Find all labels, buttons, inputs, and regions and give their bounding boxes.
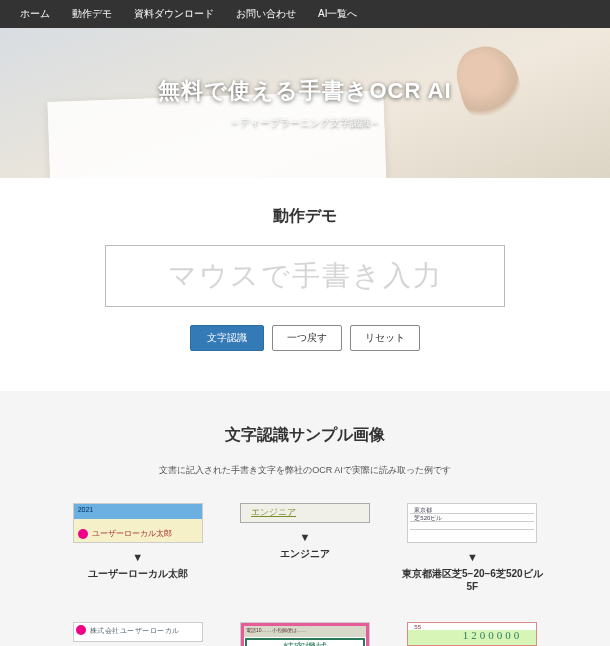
samples-grid: ▼ ユーザーローカル太郎 ▼ エンジニア 東京都 芝520ビル ▼ 東京都港区芝… — [65, 503, 545, 646]
sample-thumb[interactable] — [240, 503, 370, 523]
nav-contact[interactable]: お問い合わせ — [236, 7, 296, 21]
sample-thumb[interactable] — [73, 503, 203, 543]
nav-download[interactable]: 資料ダウンロード — [134, 7, 214, 21]
hero-title: 無料で使える手書きOCR AI — [158, 76, 451, 106]
sample-card: ▼ ユーザーローカル太郎 — [65, 503, 210, 592]
undo-button[interactable]: 一つ戻す — [272, 325, 342, 351]
thumb-line: 芝520ビル — [410, 514, 534, 522]
sample-thumb[interactable]: 東京都 芝520ビル — [407, 503, 537, 543]
samples-section: 文字認識サンプル画像 文書に記入された手書き文字を弊社のOCR AIで実際に読み… — [0, 391, 610, 646]
nav-demo[interactable]: 動作デモ — [72, 7, 112, 21]
thumb-line: 電話10……小包郵便は…… — [244, 626, 366, 637]
hero-banner: 無料で使える手書きOCR AI ～ディープラーニング文字認識～ — [0, 28, 610, 178]
hero-subtitle: ～ディープラーニング文字認識～ — [230, 116, 380, 130]
thumb-line: 東京都 — [410, 506, 534, 514]
sample-thumb[interactable] — [73, 622, 203, 642]
recognize-button[interactable]: 文字認識 — [190, 325, 264, 351]
handwriting-canvas[interactable]: マウスで手書き入力 — [105, 245, 505, 307]
demo-heading: 動作デモ — [0, 206, 610, 227]
arrow-icon: ▼ — [467, 551, 478, 563]
sample-card: 東京都 芝520ビル ▼ 東京都港区芝5−20−6芝520ビル5F — [400, 503, 545, 592]
sample-caption: 東京都港区芝5−20−6芝520ビル5F — [400, 567, 545, 592]
sample-card: ▼ 株式会社ユーザーローカル — [65, 622, 210, 646]
reset-button[interactable]: リセット — [350, 325, 420, 351]
samples-heading: 文字認識サンプル画像 — [0, 425, 610, 446]
sample-caption: ユーザーローカル太郎 — [88, 567, 188, 581]
nav-home[interactable]: ホーム — [20, 7, 50, 21]
sample-card: 電話10……小包郵便は…… 精密機械 ▼ 精密機械 — [232, 622, 377, 646]
sample-thumb[interactable]: 電話10……小包郵便は…… 精密機械 — [240, 622, 370, 646]
samples-description: 文書に記入された手書き文字を弊社のOCR AIで実際に読み取った例です — [0, 464, 610, 477]
sample-caption: エンジニア — [280, 547, 330, 561]
nav-ai-list[interactable]: AI一覧へ — [318, 7, 357, 21]
arrow-icon: ▼ — [300, 531, 311, 543]
top-nav: ホーム 動作デモ 資料ダウンロード お問い合わせ AI一覧へ — [0, 0, 610, 28]
thumb-line: 精密機械 — [245, 638, 365, 646]
thumb-line — [410, 522, 534, 530]
demo-section: 動作デモ マウスで手書き入力 文字認識 一つ戻す リセット — [0, 178, 610, 391]
sample-card: ▼ 1200000円 — [400, 622, 545, 646]
arrow-icon: ▼ — [132, 551, 143, 563]
sample-card: ▼ エンジニア — [232, 503, 377, 592]
canvas-placeholder: マウスで手書き入力 — [168, 257, 443, 295]
demo-buttons: 文字認識 一つ戻す リセット — [0, 325, 610, 351]
sample-thumb[interactable] — [407, 622, 537, 646]
